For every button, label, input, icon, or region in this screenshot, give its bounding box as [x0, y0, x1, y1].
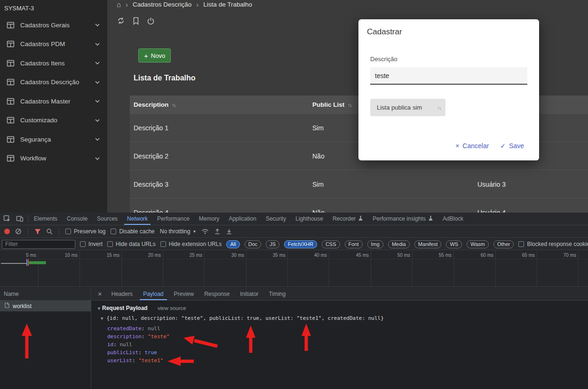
- preserve-log-checkbox[interactable]: Preserve log: [65, 228, 105, 235]
- page-title: Lista de Trabalho: [134, 74, 196, 82]
- timeline-tick-label: 20 ms: [135, 253, 161, 258]
- table-row[interactable]: Descrição 4 Não Usuário 4: [130, 198, 588, 213]
- novo-button[interactable]: + Novo: [138, 48, 171, 63]
- screen: ⌂ › Cadastros Descrição › Lista de Traba…: [0, 0, 588, 389]
- payload-summary-line[interactable]: ▼ {id: null, description: "teste", publi…: [101, 315, 384, 321]
- sidebar-item-cadastros-descricao[interactable]: Cadastros Descrição: [0, 73, 107, 92]
- cancel-button[interactable]: × Cancelar: [455, 142, 489, 150]
- hide-extension-urls-checkbox[interactable]: Hide extension URLs: [160, 241, 222, 247]
- chevron-down-icon: [95, 100, 100, 103]
- grid-icon: [7, 135, 15, 143]
- hide-data-urls-checkbox[interactable]: Hide data URLs: [107, 241, 156, 247]
- clear-icon[interactable]: [15, 228, 22, 235]
- descricao-input[interactable]: [370, 67, 527, 85]
- filter-funnel-icon[interactable]: [34, 229, 41, 235]
- dialog-actions: × Cancelar ✓ Save: [455, 142, 524, 150]
- filter-pill-doc[interactable]: Doc: [245, 240, 262, 248]
- table-row[interactable]: Descrição 3 Sim Usuário 3: [130, 170, 588, 198]
- filter-pill-wasm[interactable]: Wasm: [467, 240, 489, 248]
- column-header-public-list[interactable]: Public List↑↓: [312, 101, 351, 108]
- sidebar-item-label: Workflow: [20, 155, 46, 162]
- search-icon[interactable]: [46, 228, 53, 235]
- network-conditions-icon[interactable]: [201, 229, 209, 234]
- save-button[interactable]: ✓ Save: [500, 142, 524, 150]
- details-tab-initiator[interactable]: Initiator: [235, 287, 263, 300]
- filter-pill-other[interactable]: Other: [493, 240, 514, 248]
- details-tab-preview[interactable]: Preview: [169, 287, 199, 300]
- disable-cache-checkbox[interactable]: Disable cache: [111, 228, 154, 235]
- check-icon: ✓: [500, 142, 506, 150]
- home-icon[interactable]: ⌂: [117, 1, 121, 8]
- filter-pill-fetch-xhr[interactable]: Fetch/XHR: [284, 240, 317, 248]
- view-source-link[interactable]: view source: [158, 305, 186, 311]
- close-icon[interactable]: ×: [94, 287, 106, 300]
- chevron-right-icon: ›: [196, 0, 199, 8]
- filter-pill-css[interactable]: CSS: [322, 240, 340, 248]
- payload-entry: createdDate: null: [107, 325, 169, 333]
- devtools-tab-performance[interactable]: Performance: [152, 213, 194, 225]
- sidebar-item-customizado[interactable]: Customizado: [0, 111, 107, 130]
- request-name: worklist: [13, 303, 32, 310]
- xhr-document-icon: [5, 302, 9, 310]
- filter-pill-media[interactable]: Media: [388, 240, 410, 248]
- devtools-tab-security[interactable]: Security: [261, 213, 291, 225]
- dialog-title: Cadastrar: [367, 27, 402, 37]
- details-tab-payload[interactable]: Payload: [138, 287, 168, 300]
- sidebar-item-cadastros-gerais[interactable]: Cadastros Gerais: [0, 16, 107, 35]
- filter-pill-manifest[interactable]: Manifest: [414, 240, 442, 248]
- filter-input[interactable]: [2, 240, 75, 249]
- devtools-tab-elements[interactable]: Elements: [29, 213, 62, 225]
- sidebar-item-workflow[interactable]: Workflow: [0, 149, 107, 168]
- blocked-response-cookies-checkbox[interactable]: Blocked response cookies: [518, 241, 588, 247]
- request-row-worklist[interactable]: worklist: [0, 301, 91, 311]
- devtools-tab-application[interactable]: Application: [224, 213, 261, 225]
- devtools-tab-console[interactable]: Console: [62, 213, 92, 225]
- inspect-element-icon[interactable]: [3, 215, 11, 222]
- requests-name-header[interactable]: Name: [0, 287, 91, 301]
- timeline-tick-label: 30 ms: [218, 253, 244, 258]
- disclosure-triangle-icon[interactable]: ▼: [97, 306, 101, 311]
- import-har-icon[interactable]: [214, 228, 221, 235]
- timeline-tick-label: 55 ms: [425, 253, 452, 258]
- devtools-tab-performance-insights[interactable]: Performance insights: [368, 213, 438, 225]
- throttling-dropdown[interactable]: No throttling ▼: [160, 228, 197, 235]
- filter-pill-all[interactable]: All: [226, 240, 239, 248]
- grid-icon: [7, 59, 15, 67]
- filter-pill-js[interactable]: JS: [266, 240, 279, 248]
- devtools-tab-adblock[interactable]: AdBlock: [438, 213, 468, 225]
- lista-publica-chip[interactable]: Lista publica sim ↑↓: [370, 99, 445, 116]
- devtools-tab-memory[interactable]: Memory: [194, 213, 224, 225]
- breadcrumb-item[interactable]: Lista de Trabalho: [203, 1, 252, 8]
- export-har-icon[interactable]: [226, 228, 232, 235]
- record-button[interactable]: [4, 229, 10, 234]
- sidebar-item-label: Cadastros PDM: [20, 40, 65, 48]
- device-toolbar-icon[interactable]: [16, 215, 24, 222]
- sidebar-item-cadastros-master[interactable]: Cadastros Master: [0, 92, 107, 111]
- devtools-tab-network[interactable]: Network: [122, 213, 152, 225]
- filter-pill-ws[interactable]: WS: [446, 240, 462, 248]
- devtools-tab-lighthouse[interactable]: Lighthouse: [291, 213, 328, 225]
- timeline-tick-label: 35 ms: [259, 253, 286, 258]
- disclosure-triangle-icon: ▼: [101, 316, 103, 321]
- devtools-tab-sources[interactable]: Sources: [92, 213, 122, 225]
- timeline-request-bar: [29, 261, 46, 264]
- sidebar-item-cadastros-itens[interactable]: Cadastros Itens: [0, 54, 107, 73]
- sidebar-item-seguranca[interactable]: Segurança: [0, 130, 107, 149]
- sidebar-item-cadastros-pdm[interactable]: Cadastros PDM: [0, 35, 107, 54]
- column-header-description[interactable]: Description↑↓: [134, 101, 175, 108]
- request-details-panel: × Headers Payload Preview Response Initi…: [92, 287, 588, 389]
- details-tab-timing[interactable]: Timing: [264, 287, 291, 300]
- timeline-tick-label: 25 ms: [176, 253, 202, 258]
- filter-pill-img[interactable]: Img: [367, 240, 383, 248]
- filter-pill-font[interactable]: Font: [345, 240, 363, 248]
- devtools-tab-recorder[interactable]: Recorder: [328, 213, 368, 225]
- network-overview-timeline[interactable]: 5 ms 10 ms 15 ms 20 ms 25 ms 30 ms 35 ms…: [0, 251, 588, 287]
- details-tab-headers[interactable]: Headers: [106, 287, 138, 300]
- details-tab-response[interactable]: Response: [199, 287, 235, 300]
- breadcrumb-item[interactable]: Cadastros Descrição: [133, 1, 191, 8]
- refresh-icon[interactable]: [117, 16, 125, 25]
- power-icon[interactable]: [147, 17, 155, 25]
- flask-icon: [358, 215, 363, 222]
- bookmark-icon[interactable]: [133, 17, 139, 25]
- invert-checkbox[interactable]: Invert: [80, 241, 103, 247]
